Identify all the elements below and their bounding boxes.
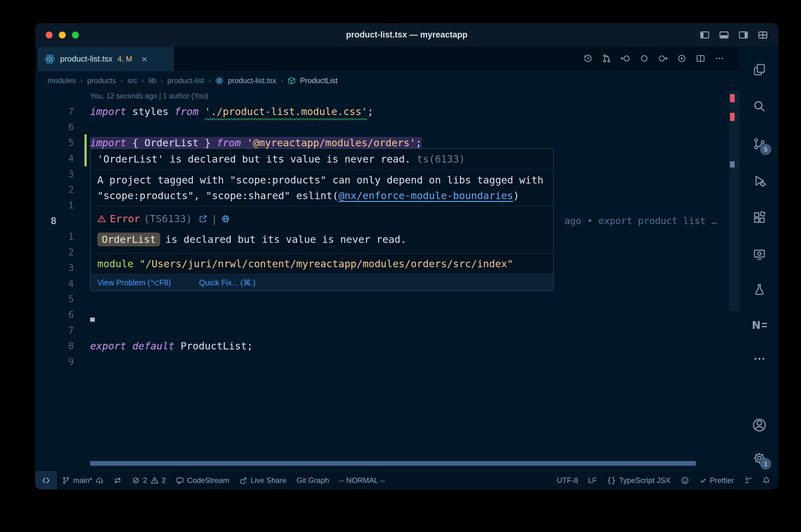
nx-console-icon[interactable]: N xyxy=(749,315,769,335)
more-views-icon[interactable] xyxy=(749,349,769,369)
react-icon xyxy=(215,77,223,85)
copy-files-icon[interactable] xyxy=(749,59,769,79)
view-problem-button[interactable]: View Problem (⌥F8) xyxy=(97,277,171,288)
code-line[interactable]: 6 xyxy=(35,119,740,135)
search-icon[interactable] xyxy=(749,96,769,116)
globe-icon[interactable] xyxy=(221,214,230,223)
live-share-status[interactable]: Live Share xyxy=(234,471,292,490)
line-number[interactable]: 8 xyxy=(35,338,74,354)
eslint-rule-link[interactable]: @nx/enforce-module-boundaries xyxy=(339,190,513,202)
gitlens-codelens[interactable]: You, 12 seconds ago | 1 author (You) xyxy=(35,90,740,104)
step-forward-icon[interactable] xyxy=(658,54,668,64)
live-share-icon xyxy=(239,476,248,484)
git-compare-status[interactable] xyxy=(109,471,127,490)
line-number[interactable]: 3 xyxy=(35,166,74,182)
line-number[interactable]: 1 xyxy=(35,229,74,244)
code-line[interactable]: 8 export default ProductList; xyxy=(35,338,740,354)
horizontal-scrollbar[interactable] xyxy=(90,461,696,466)
quick-fix-button[interactable]: Quick Fix... (⌘.) xyxy=(199,277,256,288)
panel-left-icon[interactable] xyxy=(699,30,710,40)
remote-indicator[interactable] xyxy=(35,471,57,490)
feedback-status[interactable] xyxy=(739,471,757,490)
notifications-status[interactable] xyxy=(757,471,779,490)
account-icon[interactable] xyxy=(749,415,769,435)
line-number[interactable]: 2 xyxy=(35,182,74,197)
code-line[interactable]: 6 xyxy=(35,307,740,323)
code-line[interactable]: 7 xyxy=(35,323,740,338)
overview-ruler[interactable] xyxy=(729,90,740,471)
external-link-icon[interactable] xyxy=(199,214,207,223)
line-number[interactable]: 2 xyxy=(35,244,74,260)
copilot-icon xyxy=(680,476,689,485)
run-circle-icon[interactable] xyxy=(677,54,687,64)
eol-status[interactable]: LF xyxy=(583,471,602,490)
pull-request-icon[interactable] xyxy=(602,54,612,64)
line-number[interactable]: 4 xyxy=(35,276,74,291)
panel-bottom-icon[interactable] xyxy=(719,30,729,40)
record-icon[interactable] xyxy=(640,54,649,64)
breadcrumb-item[interactable]: lib xyxy=(149,76,156,85)
line-number[interactable]: 4 xyxy=(35,151,74,166)
close-tab-icon[interactable]: × xyxy=(142,54,147,64)
code-line[interactable]: 5 xyxy=(35,291,740,307)
git-graph-status[interactable]: Git Graph xyxy=(292,471,334,490)
problems-status[interactable]: 2 2 xyxy=(127,471,171,490)
hover-resize-grip[interactable] xyxy=(90,318,95,322)
hover-tooltip: 'OrderList' is declared but its value is… xyxy=(90,149,553,291)
breadcrumb-item-file[interactable]: product-list.tsx xyxy=(228,76,276,85)
copilot-status[interactable] xyxy=(675,471,694,490)
chevron-right-icon: › xyxy=(208,76,211,85)
line-number[interactable]: 6 xyxy=(35,119,74,135)
testing-beaker-icon[interactable] xyxy=(749,280,769,300)
error-mark xyxy=(730,113,735,121)
breadcrumb-item[interactable]: modules xyxy=(48,76,76,85)
more-actions-icon[interactable] xyxy=(715,54,724,64)
settings-gear-icon[interactable]: 1 xyxy=(749,448,769,468)
line-number[interactable]: 3 xyxy=(35,260,74,276)
editor[interactable]: You, 12 seconds ago | 1 author (You) 7 i… xyxy=(35,90,740,471)
code-line[interactable]: 7 import styles from './product-list.mod… xyxy=(35,104,740,119)
tab-product-list[interactable]: product-list.tsx 4, M × xyxy=(38,47,174,71)
encoding-status[interactable]: UTF-8 xyxy=(552,471,583,490)
git-branch-status[interactable]: main* xyxy=(57,471,109,490)
line-number[interactable]: 6 xyxy=(35,307,74,323)
tab-problems-badge: 4, M xyxy=(117,55,132,63)
code-line[interactable]: 9 xyxy=(35,354,740,369)
traffic-lights xyxy=(46,32,79,38)
breadcrumb-item[interactable]: product-list xyxy=(167,76,204,85)
zoom-window-button[interactable] xyxy=(72,32,79,38)
line-number[interactable]: 9 xyxy=(35,354,74,369)
run-debug-icon[interactable] xyxy=(749,171,769,191)
source-control-graph-icon[interactable]: 5 xyxy=(749,134,769,154)
breadcrumb-item-symbol[interactable]: ProductList xyxy=(300,76,338,85)
minimize-window-button[interactable] xyxy=(59,32,66,38)
step-back-icon[interactable] xyxy=(621,54,630,64)
layout-grid-icon[interactable] xyxy=(758,30,768,40)
split-editor-icon[interactable] xyxy=(696,54,705,64)
line-number-current[interactable]: 8 xyxy=(35,213,74,229)
close-window-button[interactable] xyxy=(46,32,53,38)
module-keyword: module xyxy=(97,258,133,270)
line-number[interactable]: 5 xyxy=(35,135,74,151)
scrollbar-slider[interactable] xyxy=(729,91,740,311)
line-number[interactable]: 7 xyxy=(35,104,74,119)
line-number[interactable]: 7 xyxy=(35,323,74,338)
panel-right-icon[interactable] xyxy=(739,30,748,40)
vim-mode-indicator[interactable]: -- NORMAL -- xyxy=(334,471,390,490)
extensions-icon[interactable] xyxy=(749,208,769,228)
codestream-status[interactable]: CodeStream xyxy=(171,471,234,490)
remote-explorer-icon[interactable] xyxy=(749,244,769,264)
line-number[interactable]: 1 xyxy=(35,197,74,213)
codestream-icon xyxy=(176,476,184,484)
chevron-right-icon: › xyxy=(281,76,283,85)
line-number[interactable]: 5 xyxy=(35,291,74,307)
breadcrumb-item[interactable]: products xyxy=(87,76,116,85)
language-mode-status[interactable]: {} TypeScript JSX xyxy=(602,471,675,490)
symbol-cube-icon xyxy=(288,77,296,85)
warning-icon xyxy=(150,476,159,484)
breadcrumb-item[interactable]: src xyxy=(127,76,138,85)
prettier-status[interactable]: Prettier xyxy=(694,471,739,490)
branch-name: main* xyxy=(73,476,92,485)
breadcrumb: modules › products › src › lib › product… xyxy=(35,71,740,90)
history-icon[interactable] xyxy=(583,54,593,64)
